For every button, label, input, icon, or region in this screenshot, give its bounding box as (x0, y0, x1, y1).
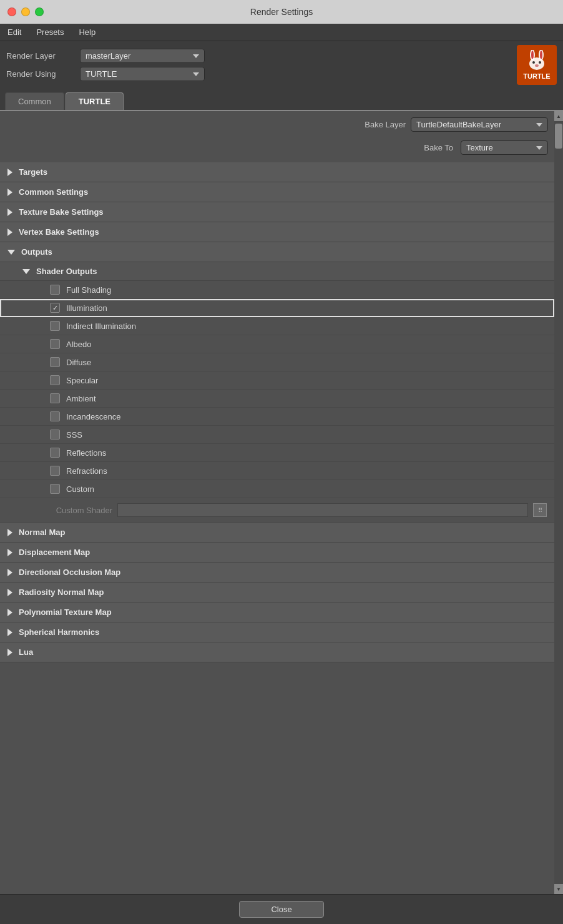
checkbox-indirect-illumination-label: Indirect Illumination (66, 322, 136, 331)
section-displacement-map-arrow (7, 549, 12, 556)
section-common-settings-arrow (7, 189, 12, 196)
section-normal-map-arrow (7, 529, 12, 536)
checkbox-refractions-label: Refractions (66, 466, 107, 476)
checkbox-custom-box[interactable] (50, 484, 60, 494)
section-outputs[interactable]: Outputs (0, 242, 554, 262)
svg-point-2 (531, 51, 534, 59)
scrollbar[interactable]: ▲ ▼ (554, 111, 563, 894)
checkbox-custom-label: Custom (66, 484, 94, 494)
render-using-label: Render Using (6, 69, 75, 79)
checkbox-full-shading-box[interactable] (50, 285, 60, 295)
svg-point-3 (540, 51, 542, 59)
section-normal-map[interactable]: Normal Map (0, 523, 554, 543)
render-using-arrow (193, 72, 199, 76)
section-displacement-map[interactable]: Displacement Map (0, 543, 554, 563)
checkbox-full-shading-label: Full Shading (66, 285, 111, 295)
minimize-window-btn[interactable] (21, 7, 30, 16)
bake-to-arrow (536, 146, 542, 150)
section-texture-bake-arrow (7, 209, 12, 216)
section-lua[interactable]: Lua (0, 642, 554, 662)
checkbox-reflections-box[interactable] (50, 448, 60, 458)
scrollbar-down-btn[interactable]: ▼ (554, 884, 563, 894)
checkbox-full-shading[interactable]: Full Shading (0, 281, 554, 299)
checkbox-incandescence-box[interactable] (50, 411, 60, 421)
section-targets-arrow (7, 169, 12, 176)
svg-point-7 (535, 64, 539, 67)
section-spherical-harmonics-arrow (7, 629, 12, 636)
window-controls (7, 7, 44, 16)
close-button[interactable]: Close (239, 901, 323, 918)
section-polynomial-texture[interactable]: Polynomial Texture Map (0, 602, 554, 622)
checkbox-sss[interactable]: SSS (0, 426, 554, 444)
menu-presets[interactable]: Presets (34, 26, 66, 38)
checkbox-ambient[interactable]: Ambient (0, 390, 554, 408)
checkbox-refractions[interactable]: Refractions (0, 462, 554, 480)
scrollbar-up-btn[interactable]: ▲ (554, 111, 563, 121)
checkbox-specular-box[interactable] (50, 375, 60, 385)
menu-edit[interactable]: Edit (5, 26, 24, 38)
section-spherical-harmonics[interactable]: Spherical Harmonics (0, 622, 554, 642)
checkbox-illumination-box[interactable]: ✓ (50, 303, 60, 313)
maximize-window-btn[interactable] (35, 7, 44, 16)
checkbox-diffuse-label: Diffuse (66, 358, 91, 367)
bottom-bar: Close (0, 894, 563, 924)
section-shader-outputs[interactable]: Shader Outputs (0, 262, 554, 281)
checkbox-diffuse[interactable]: Diffuse (0, 353, 554, 371)
window-title: Render Settings (250, 7, 313, 17)
scroll-area[interactable]: Bake Layer TurtleDefaultBakeLayer Bake T… (0, 111, 554, 894)
bake-layer-arrow (536, 123, 542, 127)
title-bar: Render Settings (0, 0, 563, 24)
bake-to-row: Bake To Texture (0, 138, 554, 162)
custom-shader-input[interactable] (117, 503, 528, 517)
section-outputs-label: Outputs (21, 247, 52, 257)
menu-bar: Edit Presets Help (0, 24, 563, 41)
svg-point-5 (532, 61, 535, 64)
checkbox-diffuse-box[interactable] (50, 357, 60, 367)
checkbox-indirect-illumination-box[interactable] (50, 321, 60, 331)
checkbox-specular-label: Specular (66, 376, 98, 385)
section-common-settings[interactable]: Common Settings (0, 182, 554, 202)
section-shader-outputs-arrow (22, 269, 30, 274)
section-directional-occlusion[interactable]: Directional Occlusion Map (0, 563, 554, 582)
checkbox-albedo-label: Albedo (66, 340, 91, 349)
render-layer-value: masterLayer (86, 51, 188, 61)
custom-shader-pick-btn[interactable]: ⠿ (533, 503, 547, 517)
section-vertex-bake[interactable]: Vertex Bake Settings (0, 222, 554, 242)
turtle-rabbit-icon (524, 50, 549, 72)
checkbox-ambient-box[interactable] (50, 393, 60, 403)
bake-to-dropdown[interactable]: Texture (461, 140, 548, 155)
menu-help[interactable]: Help (76, 26, 98, 38)
section-displacement-map-label: Displacement Map (19, 548, 90, 557)
checkbox-custom[interactable]: Custom (0, 480, 554, 498)
section-radiosity-normal-arrow (7, 589, 12, 596)
section-common-settings-label: Common Settings (19, 187, 88, 197)
checkbox-indirect-illumination[interactable]: Indirect Illumination (0, 317, 554, 335)
section-texture-bake[interactable]: Texture Bake Settings (0, 202, 554, 222)
content-area: Bake Layer TurtleDefaultBakeLayer Bake T… (0, 110, 563, 894)
section-radiosity-normal[interactable]: Radiosity Normal Map (0, 582, 554, 602)
section-targets[interactable]: Targets (0, 162, 554, 182)
checkbox-albedo[interactable]: Albedo (0, 335, 554, 353)
bake-to-label: Bake To (424, 143, 453, 152)
render-using-value: TURTLE (86, 69, 188, 79)
section-lua-label: Lua (19, 647, 33, 657)
close-window-btn[interactable] (7, 7, 16, 16)
render-layer-dropdown[interactable]: masterLayer (80, 49, 205, 63)
custom-shader-row: Custom Shader ⠿ (0, 498, 554, 523)
checkbox-albedo-box[interactable] (50, 339, 60, 349)
section-radiosity-normal-label: Radiosity Normal Map (19, 587, 104, 597)
bake-layer-dropdown[interactable]: TurtleDefaultBakeLayer (411, 117, 548, 132)
render-using-dropdown[interactable]: TURTLE (80, 67, 205, 81)
checkbox-sss-box[interactable] (50, 430, 60, 440)
checkbox-specular[interactable]: Specular (0, 371, 554, 390)
scrollbar-thumb[interactable] (555, 124, 562, 149)
checkbox-refractions-box[interactable] (50, 466, 60, 476)
tab-common[interactable]: Common (5, 92, 64, 110)
tab-turtle[interactable]: TURTLE (66, 92, 124, 110)
checkbox-reflections[interactable]: Reflections (0, 444, 554, 462)
checkbox-illumination[interactable]: ✓ Illumination (0, 299, 554, 317)
checkbox-sss-label: SSS (66, 430, 82, 440)
checkbox-incandescence[interactable]: Incandescence (0, 408, 554, 426)
svg-point-6 (539, 61, 541, 64)
bake-layer-label: Bake Layer (365, 120, 406, 129)
